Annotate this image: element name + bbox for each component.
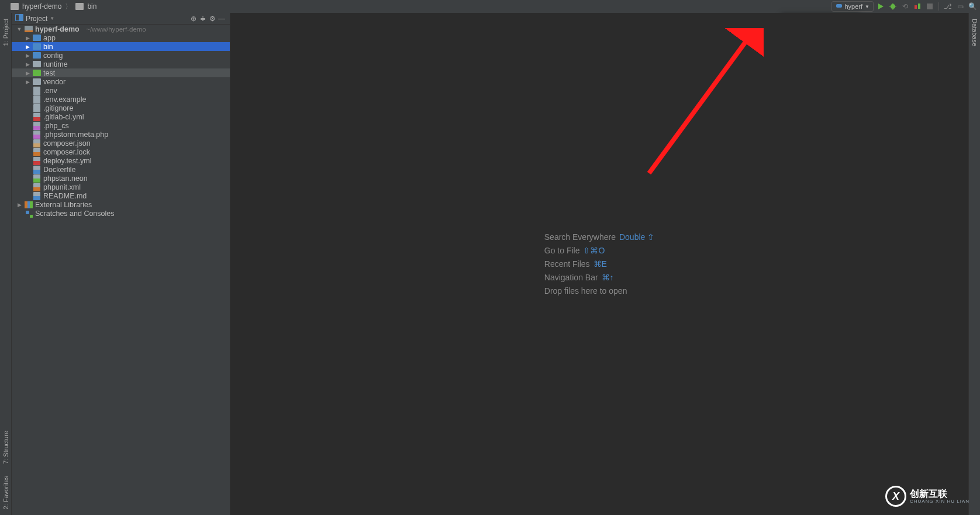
svg-rect-7: [927, 4, 933, 9]
svg-rect-5: [915, 5, 917, 9]
tree-folder-test[interactable]: ▶test: [12, 68, 230, 77]
tree-external-libraries[interactable]: ▶External Libraries: [12, 200, 230, 209]
logo-mark-icon: X: [885, 486, 906, 507]
tree-file-phpunit-xml[interactable]: phpunit.xml: [12, 183, 230, 191]
tool-tab-database[interactable]: Database: [969, 13, 980, 52]
project-tree[interactable]: ▼hyperf-demo ~/www/hyperf-demo ▶app ▶bin…: [12, 25, 230, 515]
svg-rect-0: [836, 4, 842, 8]
hint-gotofile-label: Go to File: [544, 246, 580, 255]
editor-placeholder[interactable]: Search EverywhereDouble ⇧ Go to File⇧⌘O …: [230, 13, 968, 515]
hide-panel-icon[interactable]: —: [217, 14, 226, 23]
editor-hints: Search EverywhereDouble ⇧ Go to File⇧⌘O …: [544, 228, 654, 300]
gear-icon[interactable]: ⚙: [208, 14, 217, 23]
svg-rect-6: [918, 4, 920, 9]
hint-search-shortcut: Double ⇧: [619, 232, 654, 242]
project-tool-window: Project ▼ ⊕ ≑ ⚙ — ▼hyperf-demo ~/www/hyp…: [12, 13, 230, 515]
tool-tab-favorites[interactable]: 2: Favorites: [1, 470, 11, 515]
watermark-logo: X 创新互联 CHUANG XIN HU LIAN: [885, 486, 969, 507]
project-panel-header: Project ▼ ⊕ ≑ ⚙ —: [12, 13, 230, 25]
tree-folder-runtime[interactable]: ▶runtime: [12, 60, 230, 68]
hint-gotofile-shortcut: ⇧⌘O: [583, 246, 605, 255]
hint-search-label: Search Everywhere: [544, 232, 616, 242]
tree-file-readme[interactable]: README.md: [12, 191, 230, 200]
breadcrumb-root[interactable]: hyperf-demo: [22, 2, 61, 11]
tree-folder-config[interactable]: ▶config: [12, 51, 230, 60]
hint-navbar-shortcut: ⌘↑: [602, 273, 614, 282]
left-tool-strip: 1: Project 7: Structure 2: Favorites: [0, 13, 12, 515]
tree-file-composer-json[interactable]: composer.json: [12, 139, 230, 147]
chevron-down-icon: ▼: [865, 4, 869, 9]
hint-recent-label: Recent Files: [544, 259, 590, 269]
folder-icon: [11, 3, 19, 10]
tree-file-dockerfile[interactable]: Dockerfile: [12, 165, 230, 174]
tree-file-gitignore[interactable]: .gitignore: [12, 104, 230, 112]
select-opened-file-icon[interactable]: ⊕: [189, 14, 198, 23]
breadcrumb-separator: 〉: [65, 2, 72, 12]
logo-subtext: CHUANG XIN HU LIAN: [910, 499, 969, 504]
php-icon: [836, 2, 843, 11]
project-panel-title[interactable]: Project: [26, 15, 47, 23]
debug-button[interactable]: [888, 1, 898, 12]
search-everywhere-button[interactable]: 🔍: [967, 1, 978, 12]
svg-marker-1: [878, 4, 884, 9]
tree-folder-app[interactable]: ▶app: [12, 33, 230, 42]
attach-debugger-button[interactable]: [912, 1, 923, 12]
run-coverage-button[interactable]: ⟲: [900, 1, 910, 12]
breadcrumb-current[interactable]: bin: [87, 2, 96, 11]
tree-file-deploy-test[interactable]: deploy.test.yml: [12, 156, 230, 165]
tree-scratches[interactable]: Scratches and Consoles: [12, 209, 230, 218]
svg-rect-10: [16, 15, 19, 20]
run-configuration-selector[interactable]: hyperf ▼: [831, 1, 874, 12]
tree-folder-vendor[interactable]: ▶vendor: [12, 77, 230, 86]
expand-all-icon[interactable]: ≑: [198, 14, 208, 23]
version-control-button[interactable]: ⎇: [943, 1, 953, 12]
run-button[interactable]: [875, 1, 886, 12]
toolbar-divider: [938, 2, 939, 11]
tree-file-php-cs[interactable]: .php_cs: [12, 121, 230, 130]
tool-tab-structure[interactable]: 7: Structure: [1, 425, 11, 470]
tree-file-phpstorm-meta[interactable]: .phpstorm.meta.php: [12, 130, 230, 139]
tree-file-phpstan-neon[interactable]: phpstan.neon: [12, 174, 230, 183]
tree-root[interactable]: ▼hyperf-demo ~/www/hyperf-demo: [12, 25, 230, 33]
hint-dropfiles-label: Drop files here to open: [544, 286, 627, 296]
project-view-icon: [15, 14, 23, 23]
tree-folder-bin[interactable]: ▶bin: [12, 42, 230, 51]
tree-file-env[interactable]: .env: [12, 86, 230, 95]
run-config-name: hyperf: [845, 3, 863, 10]
tool-tab-project[interactable]: 1: Project: [1, 13, 11, 52]
right-tool-strip: Database: [968, 13, 980, 515]
toolbar-right: hyperf ▼ ⟲ ⎇ ▭ 🔍: [831, 0, 978, 13]
tree-file-env-example[interactable]: .env.example: [12, 95, 230, 104]
navigation-bar: hyperf-demo 〉 bin hyperf ▼ ⟲ ⎇ ▭ 🔍: [0, 0, 980, 13]
chevron-down-icon[interactable]: ▼: [50, 16, 54, 21]
stop-button: [924, 1, 935, 12]
tree-file-composer-lock[interactable]: composer.lock: [12, 147, 230, 156]
folder-icon: [75, 3, 84, 10]
logo-text: 创新互联: [910, 489, 969, 499]
tree-file-gitlab-ci[interactable]: .gitlab-ci.yml: [12, 112, 230, 121]
hint-recent-shortcut: ⌘E: [593, 259, 607, 269]
hint-navbar-label: Navigation Bar: [544, 273, 598, 282]
ide-settings-button[interactable]: ▭: [955, 1, 965, 12]
